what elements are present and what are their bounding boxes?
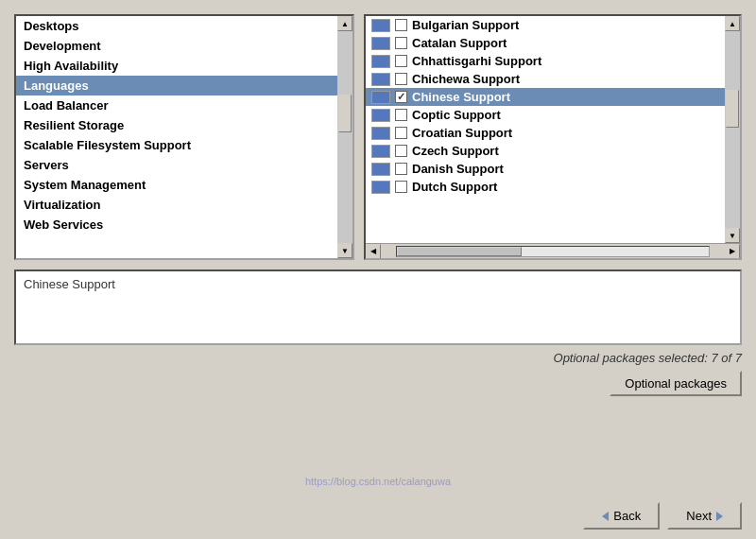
right-scrollbar[interactable]: ▲ ▼ [725, 16, 740, 243]
flag-icon [371, 55, 390, 68]
flag-icon [371, 19, 390, 32]
status-row: Optional packages selected: 7 of 7 [14, 351, 742, 365]
flag-icon [371, 145, 390, 158]
right-list-item-label: Catalan Support [412, 36, 507, 50]
left-list-item[interactable]: Scalable Filesystem Support [16, 135, 337, 155]
status-text: Optional packages selected: 7 of 7 [554, 351, 742, 365]
right-scroll-up-btn[interactable]: ▲ [725, 16, 740, 31]
right-list-item-label: Chinese Support [412, 90, 510, 104]
list-checkbox[interactable]: ✓ [395, 91, 407, 103]
description-box: Chinese Support [14, 270, 742, 345]
right-list-item[interactable]: Bulgarian Support [366, 16, 725, 34]
right-h-scroll-track [396, 246, 710, 257]
list-checkbox[interactable] [395, 19, 407, 31]
bottom-nav: Back Next [583, 502, 742, 530]
optional-packages-row: Optional packages [14, 371, 742, 396]
right-list-item-label: Danish Support [412, 162, 504, 176]
left-list-item[interactable]: System Management [16, 175, 337, 195]
left-list-panel: DesktopsDevelopmentHigh AvailabilityLang… [14, 14, 354, 260]
right-list-item[interactable]: Chichewa Support [366, 70, 725, 88]
left-scroll-down-btn[interactable]: ▼ [337, 243, 352, 258]
flag-icon [371, 163, 390, 176]
flag-icon [371, 73, 390, 86]
right-list-item-label: Dutch Support [412, 180, 497, 194]
list-checkbox[interactable] [395, 127, 407, 139]
right-h-scrollbar[interactable]: ◀ ▶ [366, 243, 740, 258]
back-label: Back [613, 509, 641, 523]
left-list-scroll[interactable]: DesktopsDevelopmentHigh AvailabilityLang… [16, 16, 337, 258]
right-list-item[interactable]: Chhattisgarhi Support [366, 52, 725, 70]
left-list-item[interactable]: Desktops [16, 16, 337, 36]
left-list-item[interactable]: Development [16, 36, 337, 56]
flag-icon [371, 127, 390, 140]
flag-icon [371, 109, 390, 122]
list-checkbox[interactable] [395, 73, 407, 85]
left-list-item[interactable]: Servers [16, 155, 337, 175]
left-list-item[interactable]: Languages [16, 76, 337, 96]
description-text: Chinese Support [24, 277, 115, 291]
left-list-item[interactable]: Resilient Storage [16, 115, 337, 135]
right-list-item-label: Coptic Support [412, 108, 501, 122]
next-arrow-icon [716, 512, 723, 521]
right-h-scroll-right-btn[interactable]: ▶ [725, 244, 740, 259]
list-checkbox[interactable] [395, 181, 407, 193]
right-list-item-label: Croatian Support [412, 126, 512, 140]
list-checkbox[interactable] [395, 145, 407, 157]
right-list-item[interactable]: Danish Support [366, 160, 725, 178]
back-arrow-icon [602, 512, 609, 521]
right-list-item[interactable]: Coptic Support [366, 106, 725, 124]
list-checkbox[interactable] [395, 163, 407, 175]
right-list-item-label: Chichewa Support [412, 72, 520, 86]
right-scroll-thumb[interactable] [726, 90, 739, 128]
left-scroll-up-btn[interactable]: ▲ [337, 16, 352, 31]
right-list-item[interactable]: Croatian Support [366, 124, 725, 142]
right-list-item[interactable]: Czech Support [366, 142, 725, 160]
left-list-item[interactable]: Virtualization [16, 195, 337, 215]
flag-icon [371, 37, 390, 50]
right-scroll-down-btn[interactable]: ▼ [725, 228, 740, 243]
left-list-item[interactable]: Web Services [16, 215, 337, 235]
right-list-item[interactable]: Catalan Support [366, 34, 725, 52]
right-h-scroll-thumb[interactable] [397, 247, 522, 256]
flag-icon [371, 91, 390, 104]
list-checkbox[interactable] [395, 37, 407, 49]
right-list-panel: Bulgarian SupportCatalan SupportChhattis… [364, 14, 742, 260]
right-h-scroll-left-btn[interactable]: ◀ [366, 244, 381, 259]
right-list-item[interactable]: ✓Chinese Support [366, 88, 725, 106]
next-label: Next [686, 509, 712, 523]
right-list-scroll[interactable]: Bulgarian SupportCatalan SupportChhattis… [366, 16, 725, 243]
right-list-item-label: Czech Support [412, 144, 499, 158]
left-scrollbar[interactable]: ▲ ▼ [337, 16, 352, 258]
left-scroll-thumb[interactable] [338, 95, 352, 132]
next-button[interactable]: Next [667, 502, 742, 530]
list-checkbox[interactable] [395, 55, 407, 67]
optional-packages-button[interactable]: Optional packages [610, 371, 742, 396]
list-checkbox[interactable] [395, 109, 407, 121]
right-list-item-label: Chhattisgarhi Support [412, 54, 541, 68]
right-list-item-label: Bulgarian Support [412, 18, 519, 32]
left-scroll-track [337, 31, 352, 243]
flag-icon [371, 181, 390, 194]
left-list-item[interactable]: High Availability [16, 56, 337, 76]
right-list-item[interactable]: Dutch Support [366, 178, 725, 196]
left-list-item[interactable]: Load Balancer [16, 96, 337, 115]
right-scroll-track [725, 31, 740, 228]
back-button[interactable]: Back [583, 502, 660, 530]
